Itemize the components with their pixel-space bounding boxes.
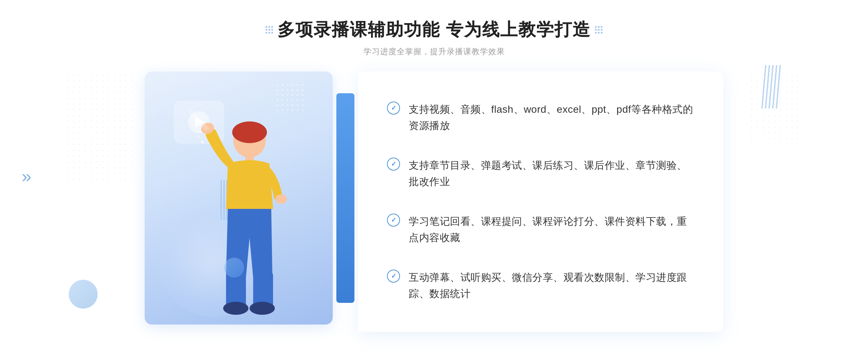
checkmark-3: ✓ xyxy=(391,217,396,223)
blue-bar-decor xyxy=(336,93,354,303)
deco-circle-small xyxy=(224,258,244,278)
illustration-background xyxy=(145,72,333,325)
feature-item-4: ✓ 互动弹幕、试听购买、微信分享、观看次数限制、学习进度跟踪、数据统计 xyxy=(387,264,694,308)
svg-point-7 xyxy=(223,302,248,315)
features-panel: ✓ 支持视频、音频、flash、word、excel、ppt、pdf等各种格式的… xyxy=(358,72,723,332)
title-row: 多项录播课辅助功能 专为线上教学打造 xyxy=(261,18,607,41)
svg-point-4 xyxy=(275,194,287,204)
illustration-panel xyxy=(145,72,347,332)
check-icon-1: ✓ xyxy=(387,102,400,115)
page-wrapper: » 多项录播课辅助功能 专为线上教学打造 学习进度全掌握，提升录播课教学效果 xyxy=(0,0,868,352)
human-figure xyxy=(166,108,304,325)
feature-item-1: ✓ 支持视频、音频、flash、word、excel、ppt、pdf等各种格式的… xyxy=(387,96,694,140)
figure-svg xyxy=(166,108,304,325)
check-icon-4: ✓ xyxy=(387,270,400,283)
svg-point-10 xyxy=(197,136,199,138)
check-icon-3: ✓ xyxy=(387,214,400,227)
feature-item-3: ✓ 学习笔记回看、课程提问、课程评论打分、课件资料下载，重点内容收藏 xyxy=(387,208,694,252)
feature-item-2: ✓ 支持章节目录、弹题考试、课后练习、课后作业、章节测验、批改作业 xyxy=(387,152,694,196)
dots-decor-left xyxy=(65,72,137,181)
feature-text-1: 支持视频、音频、flash、word、excel、ppt、pdf等各种格式的资源… xyxy=(409,102,694,134)
circle-decor-left xyxy=(69,280,98,309)
checkmark-1: ✓ xyxy=(391,105,396,111)
page-title: 多项录播课辅助功能 专为线上教学打造 xyxy=(277,18,590,41)
chevron-left-icon: » xyxy=(22,166,31,186)
feature-text-2: 支持章节目录、弹题考试、课后练习、课后作业、章节测验、批改作业 xyxy=(409,158,694,190)
feature-text-4: 互动弹幕、试听购买、微信分享、观看次数限制、学习进度跟踪、数据统计 xyxy=(409,270,694,302)
feature-text-3: 学习笔记回看、课程提问、课程评论打分、课件资料下载，重点内容收藏 xyxy=(409,214,694,246)
header-section: 多项录播课辅助功能 专为线上教学打造 学习进度全掌握，提升录播课教学效果 xyxy=(261,18,607,57)
title-dots-right-icon xyxy=(595,26,603,34)
illustration-dots-icon xyxy=(275,82,304,111)
check-icon-2: ✓ xyxy=(387,158,400,171)
title-dots-left-icon xyxy=(265,26,273,34)
content-area: ✓ 支持视频、音频、flash、word、excel、ppt、pdf等各种格式的… xyxy=(145,72,723,332)
checkmark-4: ✓ xyxy=(391,273,396,279)
stripe-decor-right xyxy=(761,65,783,108)
svg-point-9 xyxy=(201,141,204,143)
page-subtitle: 学习进度全掌握，提升录播课教学效果 xyxy=(261,46,607,57)
svg-point-8 xyxy=(250,302,275,315)
checkmark-2: ✓ xyxy=(391,161,396,167)
